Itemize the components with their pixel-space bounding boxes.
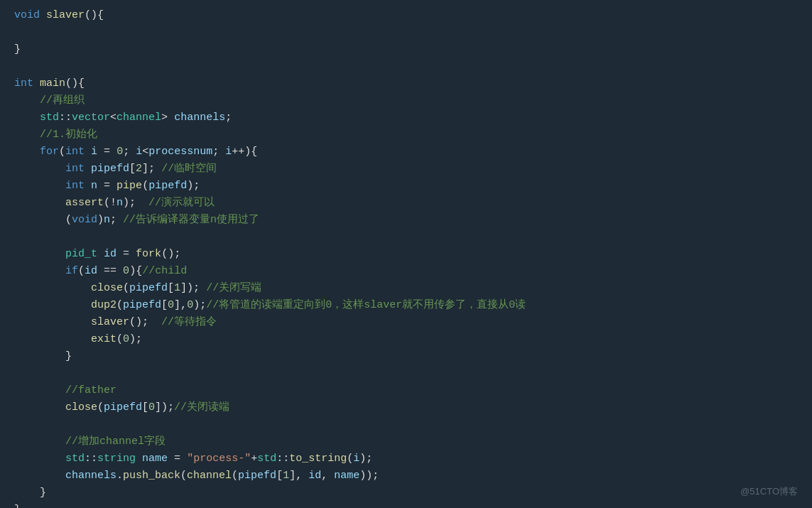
code-line-12: assert(!n); //演示就可以 <box>14 195 798 212</box>
code-line-7: std::vector<channel> channels; <box>14 109 798 126</box>
code-line-3: } <box>14 41 798 58</box>
code-line-23: //father <box>14 382 798 399</box>
code-line-22 <box>14 365 798 382</box>
code-line-27: std::string name = "process-"+std::to_st… <box>14 450 798 468</box>
code-line-28: channels.push_back(channel(pipefd[1], id… <box>14 468 798 485</box>
code-line-13: (void)n; //告诉编译器变量n使用过了 <box>14 212 798 229</box>
code-line-24: close(pipefd[0]);//关闭读端 <box>14 399 798 416</box>
code-line-29: } <box>14 485 798 502</box>
code-line-25 <box>14 416 798 433</box>
code-line-5: int main(){ <box>14 75 798 92</box>
code-line-19: slaver(); //等待指令 <box>14 314 798 331</box>
code-line-2 <box>14 24 798 41</box>
watermark: @51CTO博客 <box>740 485 798 499</box>
code-line-11: int n = pipe(pipefd); <box>14 178 798 195</box>
code-line-6: //再组织 <box>14 92 798 109</box>
code-line-14 <box>14 229 798 246</box>
code-line-26: //增加channel字段 <box>14 433 798 450</box>
code-line-4 <box>14 58 798 75</box>
code-line-9: for(int i = 0; i<processnum; i++){ <box>14 144 798 161</box>
code-editor: void slaver(){ } int main(){ //再组织 std::… <box>0 0 812 508</box>
code-line-20: exit(0); <box>14 331 798 348</box>
code-line-1: void slaver(){ <box>14 7 798 24</box>
code-line-17: close(pipefd[1]); //关闭写端 <box>14 280 798 297</box>
code-line-15: pid_t id = fork(); <box>14 246 798 263</box>
code-line-30: } <box>14 502 798 508</box>
code-line-8: //1.初始化 <box>14 126 798 144</box>
code-line-18: dup2(pipefd[0],0);//将管道的读端重定向到0，这样slaver… <box>14 297 798 314</box>
code-line-16: if(id == 0){//child <box>14 263 798 280</box>
code-line-10: int pipefd[2]; //临时空间 <box>14 161 798 178</box>
code-line-21: } <box>14 348 798 365</box>
